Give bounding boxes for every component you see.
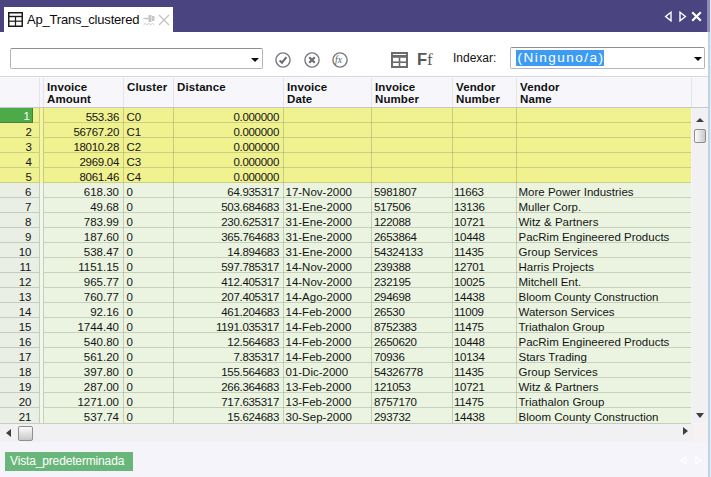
svg-text:fx: fx <box>335 55 343 65</box>
